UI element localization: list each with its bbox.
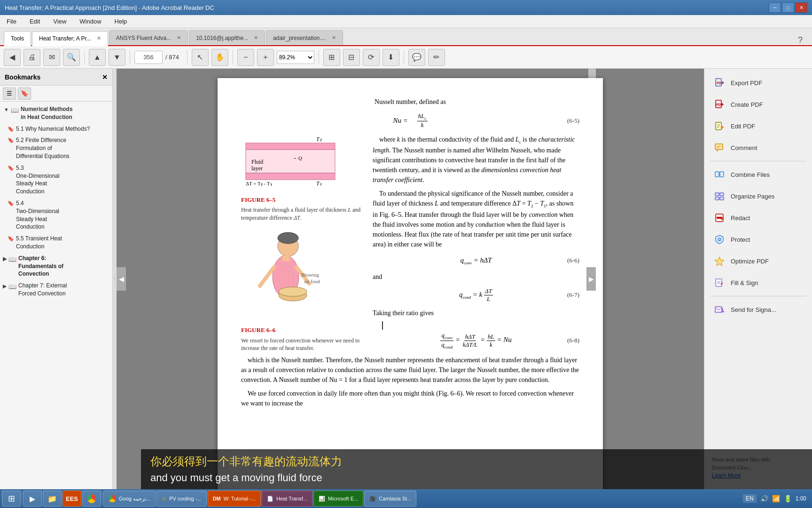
combine-files-button[interactable]: Combine Files	[706, 164, 810, 185]
send-sign-label: Send for Signa...	[731, 306, 776, 313]
start-icon: ⊞	[8, 493, 15, 504]
media-icon: ▶	[30, 494, 35, 503]
redact-icon	[714, 212, 725, 223]
tab-ansys[interactable]: ANSYS Fluent Adva... ✕	[109, 30, 188, 45]
taskbar-heat-transfer[interactable]: 📄 Heat Transf...	[262, 491, 312, 507]
zoom-select[interactable]: 89.2% 50% 75% 100% 125%	[277, 51, 314, 64]
main-area: Bookmarks ✕ ☰ 🔖 ▼ 📖 Numerical Methodsin …	[0, 69, 812, 489]
sidebar-item-5-3[interactable]: 🔖 5.3One-DimensionalSteady HeatConductio…	[0, 162, 112, 198]
sidebar-item-ch7[interactable]: ▶ 📖 Chapter 7: ExternalForced Convection	[0, 280, 112, 300]
bookmark-icon-5-2: 🔖	[8, 137, 14, 144]
prev-arrow[interactable]: ◀	[117, 267, 126, 291]
tab-heat-transfer[interactable]: Heat Transfer; A Pr... ✕	[32, 31, 108, 46]
svg-text:ΔT = T₂ - T₁: ΔT = T₂ - T₁	[246, 181, 272, 186]
menu-view[interactable]: View	[50, 17, 69, 26]
edit-pdf-button[interactable]: Edit PDF	[706, 116, 810, 136]
taskbar-media-player[interactable]: ▶	[23, 491, 42, 507]
fill-sign-label: Fill & Sign	[731, 279, 758, 286]
sidebar-list-icon[interactable]: ☰	[3, 87, 16, 100]
fit-page-button[interactable]: ⊞	[323, 49, 340, 66]
minimize-button[interactable]: ─	[769, 2, 781, 13]
speaker-icon[interactable]: 🔊	[760, 495, 768, 502]
taskbar-pv-cooling[interactable]: ⚠ PV cooling -...	[156, 491, 206, 507]
taskbar-file-explorer[interactable]: 📁	[43, 491, 62, 507]
taskbar-camtasia[interactable]: 🎥 Camtasia St...	[364, 491, 416, 507]
battery-icon[interactable]: 🔋	[784, 495, 792, 502]
tab-j10-label: 10.1016@j.applthe...	[196, 35, 248, 41]
tab-adair-label: adair_presentation....	[273, 35, 326, 41]
hand-tool[interactable]: ✋	[211, 49, 228, 66]
cursor-tool[interactable]: ↖	[192, 49, 209, 66]
taskbar-chrome-translate[interactable]: Goog ترجمه...	[103, 491, 156, 507]
tab-adair[interactable]: adair_presentation.... ✕	[266, 30, 343, 45]
sidebar-close-icon[interactable]: ✕	[102, 73, 108, 81]
organize-pages-button[interactable]: Organize Pages	[706, 186, 810, 206]
menu-file[interactable]: File	[4, 17, 19, 26]
sidebar-item-numerical[interactable]: ▼ 📖 Numerical Methodsin Heat Conduction	[0, 103, 112, 123]
export-pdf-button[interactable]: PDF Export PDF	[706, 72, 810, 93]
start-button[interactable]: ⊞	[2, 491, 21, 507]
protect-button[interactable]: Protect	[706, 229, 810, 250]
tab-tools[interactable]: Tools	[4, 31, 31, 46]
pen-button[interactable]: ✏	[428, 49, 445, 66]
fill-sign-button[interactable]: Fill & Sign	[706, 272, 810, 293]
rotate-button[interactable]: ⟳	[363, 49, 380, 66]
create-pdf-button[interactable]: PDF Create PDF	[706, 94, 810, 115]
maximize-button[interactable]: □	[782, 2, 794, 13]
download-button[interactable]: ⬇	[383, 49, 399, 66]
back-button[interactable]: ◀	[4, 49, 21, 66]
sidebar-5-4-label: 5.4Two-DimensionalSteady HeatConduction	[16, 199, 59, 231]
sidebar-bookmark-icon[interactable]: 🔖	[18, 87, 31, 100]
taskbar-excel[interactable]: 📊 Microsoft E...	[313, 491, 363, 507]
ch7-icon: 📖	[8, 282, 16, 292]
right-panel: PDF Export PDF PDF Create PDF Edit PDF C…	[704, 69, 812, 489]
tab-j10[interactable]: 10.1016@j.applthe... ✕	[189, 30, 265, 45]
page-number-input[interactable]	[134, 51, 163, 64]
sidebar-item-5-4[interactable]: 🔖 5.4Two-DimensionalSteady HeatConductio…	[0, 198, 112, 233]
svg-rect-37	[715, 193, 719, 196]
menu-edit[interactable]: Edit	[27, 17, 43, 26]
sidebar-item-ch6[interactable]: ▶ 📖 Chapter 6:Fundamentals ofConvection	[0, 253, 112, 280]
prev-page-button[interactable]: ▲	[89, 49, 106, 66]
print-button[interactable]: 🖨	[23, 49, 40, 66]
sidebar-item-5-5[interactable]: 🔖 5.5 Transient HeatConduction	[0, 233, 112, 253]
optimize-pdf-button[interactable]: Optimize PDF	[706, 251, 810, 271]
svg-point-10	[278, 232, 298, 244]
tab-close-icon[interactable]: ✕	[97, 35, 101, 41]
paragraph-4: We use forced convection in daily life m…	[241, 389, 579, 408]
taskbar-camtasia-label: Camtasia St...	[379, 496, 411, 501]
next-page-button[interactable]: ▼	[109, 49, 125, 66]
tab-ansys-close[interactable]: ✕	[177, 35, 181, 41]
send-sign-button[interactable]: Send for Signa...	[706, 299, 810, 320]
taskbar-chrome[interactable]	[82, 491, 101, 507]
eq68-frac2: hΔT kΔT/L	[462, 333, 479, 348]
eq68-frac1: qconv qcond	[440, 332, 453, 349]
sidebar-item-5-1[interactable]: 🔖 5.1 Why Numerical Methods?	[0, 123, 112, 135]
tab-j10-close[interactable]: ✕	[254, 35, 258, 41]
sidebar-item-5-2[interactable]: 🔖 5.2 Finite DifferenceFormulation ofDif…	[0, 135, 112, 162]
mail-button[interactable]: ✉	[43, 49, 60, 66]
create-pdf-icon: PDF	[714, 99, 725, 110]
taskbar-dm-tutorial[interactable]: DM W: Tutorial -...	[208, 491, 261, 507]
doc-scroll[interactable]: Nusselt number, defined as Nu = hLc k (6…	[117, 69, 704, 489]
comment-button[interactable]: Comment	[706, 137, 810, 158]
comment-button[interactable]: 💬	[408, 49, 425, 66]
menu-help[interactable]: Help	[112, 17, 130, 26]
fit-width-button[interactable]: ⊟	[343, 49, 360, 66]
close-button[interactable]: ✕	[795, 2, 807, 13]
zoom-in-button[interactable]: +	[257, 49, 274, 66]
sidebar-resize-handle[interactable]: ⋮	[113, 69, 117, 489]
tab-adair-close[interactable]: ✕	[332, 35, 336, 41]
title-bar-text: Heat Transfer; A Practical Approach [2nd…	[5, 4, 769, 11]
taskbar-ees[interactable]: EES	[62, 491, 81, 507]
search-button[interactable]: 🔍	[63, 49, 80, 66]
menu-window[interactable]: Window	[77, 17, 104, 26]
zoom-out-button[interactable]: −	[237, 49, 254, 66]
excel-icon: 📊	[319, 496, 325, 502]
next-arrow[interactable]: ▶	[586, 267, 596, 291]
network-icon[interactable]: 📶	[772, 495, 780, 502]
lang-indicator[interactable]: EN	[743, 494, 757, 503]
help-icon[interactable]: ?	[792, 35, 808, 45]
combine-icon	[714, 169, 725, 180]
redact-button[interactable]: Redact	[706, 207, 810, 228]
